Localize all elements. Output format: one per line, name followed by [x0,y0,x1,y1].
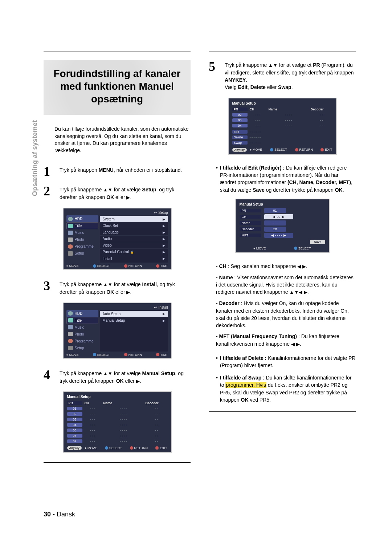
channel-row[interactable]: 04- - -- - - -- - [232,123,332,129]
left-right-icon: ◀ ▶ [291,341,300,347]
right-arrow-icon: ▶ [136,378,140,384]
select-dot-icon [270,148,273,151]
programme-icon [68,244,73,249]
back-icon: ↩ [154,211,157,215]
step-text: Tryk på knapperne ▲▼ for at vælge Setup,… [60,184,191,201]
edit-field-row[interactable]: PR01 [240,208,325,214]
step-text: Tryk på knapperne ▲▼ for at vælge Instal… [60,279,191,296]
page-title: Forudindstilling af kanaler med funktion… [51,67,183,105]
return-dot-icon [124,264,127,268]
osd-manual-setup-edit: Manual Setup PR01CH◀02▶Name- - - -Decode… [235,199,330,253]
up-down-icon: ▲▼ [103,282,113,287]
highlight: programmer. Hvis [225,382,266,388]
channel-row[interactable]: 03- - -- - - -- - [67,417,167,422]
photo-icon [68,332,73,336]
edit-field-row[interactable]: CH◀02▶ [240,214,325,220]
select-dot-icon [93,353,96,356]
page-footer: 30 - Dansk [44,511,75,518]
photo-icon [68,237,73,242]
delete-block: • I tilfælde af Delete : Kanalinformatio… [216,354,356,369]
all-arrows-icon: ▲▼◀ ▶ [289,289,307,295]
return-dot-icon [124,353,127,356]
step-number: 5 [209,60,220,73]
exit-dot-icon [156,353,159,356]
menu-item[interactable]: Video▶ [100,242,168,249]
disc-icon [68,311,73,316]
osd-setup-menu: ↩Setup HDD Title Music Photo Programme S… [63,208,172,270]
music-icon [68,325,73,329]
exit-dot-icon [155,446,159,450]
menu-item[interactable]: Install▶ [100,255,168,262]
menu-item[interactable]: Manual Setup▶ [100,317,168,324]
music-icon [68,231,73,235]
channel-row[interactable]: 06- - -- - - -- - [67,433,167,438]
edit-field-row[interactable]: MFT◀- - - -▶ [240,232,325,238]
title-icon [68,318,73,322]
return-dot-icon [295,148,298,151]
channel-row[interactable]: 02- - -- - - -- - [67,411,167,417]
select-dot-icon [294,247,297,250]
up-down-icon: ▲▼ [268,62,278,68]
right-arrow-icon: ▶ [126,289,130,295]
channel-row[interactable]: 02- - -- - - -- - [232,112,332,118]
move-icon: ♦ [85,446,86,450]
right-arrow-icon: ▶ [126,195,130,200]
divider [209,52,356,52]
save-button[interactable]: Save [310,240,325,244]
step-number: 2 [44,184,54,198]
divider [44,52,191,52]
move-icon: ♦ [253,247,255,250]
step-text: Tryk på knappen MENU, når enheden er i s… [60,165,182,174]
anykey-pill: Anykey [67,446,82,450]
setup-icon [68,251,73,256]
disc-icon [68,217,73,221]
step-5: 5 Tryk på knapperne ▲▼ for at vælge et P… [209,60,356,91]
left-right-icon: ◀ ▶ [297,264,306,269]
title-icon [68,224,73,228]
exit-dot-icon [320,148,324,151]
channel-row[interactable]: 07- - -- - - -- - [67,438,167,444]
context-menu-item[interactable]: Swap- - - - - - [232,140,332,146]
osd-install-menu: ↩Install HDD Title Music Photo Programme… [63,303,172,359]
menu-item[interactable]: Auto Setup▶ [100,311,168,317]
section-title-box: Forudindstilling af kanaler med funktion… [44,60,191,115]
step-number: 4 [44,368,54,381]
channel-row[interactable]: 05- - -- - - -- - [67,427,167,433]
move-icon: ♦ [250,148,252,151]
channel-row[interactable]: 04- - -- - - -- - [67,422,167,427]
channel-row[interactable]: 03- - -- - - -- - [232,118,332,123]
up-down-icon: ▲▼ [103,371,113,376]
step-number: 1 [44,165,54,178]
step-3: 3 Tryk på knapperne ▲▼ for at vælge Inst… [44,279,191,296]
return-dot-icon [130,446,133,450]
move-icon: ♦ [66,353,68,357]
step-4: 4 Tryk på knapperne ▲▼ for at vælge Manu… [44,368,191,385]
exit-dot-icon [156,264,159,268]
menu-item[interactable]: Clock Set▶ [100,223,168,229]
osd-manual-setup-context: Manual Setup PRCHNameDecoder 02- - -- - … [228,98,337,155]
step-number: 3 [44,279,54,292]
step-text: Tryk på knapperne ▲▼ for at vælge et PR … [225,60,356,91]
context-menu-item[interactable]: Delete- - - - - - [232,135,332,140]
edit-block: • I tilfælde af Edit (Redigér) : Du kan … [216,164,356,194]
menu-item[interactable]: Language▶ [100,229,168,236]
up-down-icon: ▲▼ [103,187,113,192]
divider [44,462,191,463]
sidebar-section-label: Opsætning af systemet [31,120,39,196]
edit-field-row[interactable]: Name- - - - [240,220,325,226]
back-icon: ↩ [154,305,157,309]
anykey-pill: Anykey [232,148,247,152]
intro-text: Du kan tilføje forudindstillede kanaler,… [54,126,191,154]
menu-item[interactable]: System▶ [100,216,168,223]
step-text: Tryk på knapperne ▲▼ for at vælge Manual… [60,368,191,385]
programme-icon [68,339,73,343]
move-icon: ♦ [66,264,68,268]
step-2: 2 Tryk på knapperne ▲▼ for at vælge Setu… [44,184,191,201]
channel-row[interactable]: 01- - -- - - -- - [67,406,167,411]
context-menu-item[interactable]: Edit- - - - - - [232,129,332,135]
setup-icon [68,346,73,350]
swap-block: • I tilfælde af Swap : Du kan skifte kan… [216,374,356,403]
edit-field-row[interactable]: DecoderOff [240,226,325,232]
menu-item[interactable]: Parental Control🔒▶ [100,249,168,255]
menu-item[interactable]: Audio▶ [100,236,168,242]
